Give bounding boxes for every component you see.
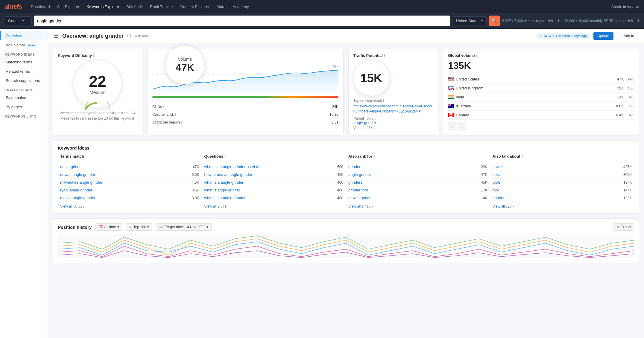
- sidebar-item-matching-terms[interactable]: Matching terms: [0, 57, 48, 67]
- logo: ahrefs: [5, 3, 22, 10]
- ideas-link[interactable]: grinder tool: [348, 188, 368, 192]
- nav-more[interactable]: More: [214, 3, 229, 11]
- volume-popup-bubble: Volume 47K: [165, 45, 204, 84]
- serp-badge: SERP & KD updated 2 days ago: [537, 33, 590, 39]
- update-button[interactable]: Update: [593, 32, 613, 40]
- nav-site-audit[interactable]: Site Audit: [123, 3, 146, 11]
- ideas-row: what is angle grinder 400: [204, 186, 344, 194]
- export-button[interactable]: ⬆ Export: [613, 223, 634, 231]
- engine-select[interactable]: Google ▾: [5, 16, 32, 25]
- sidebar-item-overview[interactable]: Overview: [0, 31, 48, 40]
- flag-icon: 🇺🇸: [448, 76, 454, 82]
- all-time-filter[interactable]: 📅 All time ▾: [95, 223, 122, 231]
- col-info-icon-1[interactable]: ℹ: [224, 154, 226, 158]
- ideas-link[interactable]: dewalt grinder: [348, 196, 373, 200]
- col-info-icon-3[interactable]: ℹ: [522, 154, 523, 158]
- sidebar-item-search-suggestions[interactable]: Search suggestions: [0, 76, 48, 85]
- global-card-title: Global volume ℹ: [448, 53, 634, 58]
- ideas-link[interactable]: power: [493, 165, 503, 169]
- flag-icon: 🇦🇺: [448, 103, 454, 109]
- ideas-link[interactable]: makita angle grinder: [60, 196, 95, 200]
- global-info-icon[interactable]: ℹ: [476, 54, 477, 57]
- nav-academy[interactable]: Academy: [230, 3, 252, 11]
- ideas-link[interactable]: what is a angle grinder: [204, 180, 244, 185]
- add-to-button[interactable]: + Add to: [617, 32, 638, 40]
- view-all-0[interactable]: View all 30,325 ›: [60, 204, 199, 208]
- keyword-ideas-section: Keyword ideas Terms match ℹ angle grinde…: [53, 140, 639, 214]
- sidebar-item-by-domains[interactable]: By domains: [0, 93, 48, 102]
- top100-filter[interactable]: ⊞ Top 100 ▾: [126, 223, 153, 231]
- top-ranking-info-icon[interactable]: ℹ: [383, 99, 384, 102]
- cps-info-icon[interactable]: ℹ: [181, 121, 182, 124]
- view-all-1[interactable]: View all 2,071 ›: [204, 204, 344, 208]
- menu-icon[interactable]: ☰: [54, 33, 59, 39]
- nav-rank-tracker[interactable]: Rank Tracker: [147, 3, 176, 11]
- country-volume: 29K: [613, 86, 624, 90]
- country-row: 🇺🇸 United States 47K 34%: [448, 75, 634, 84]
- kd-label: Medium: [89, 90, 105, 95]
- nav-dashboard[interactable]: Dashboard: [28, 3, 53, 11]
- ideas-link[interactable]: what is an angle grinder used for: [204, 165, 261, 169]
- nav-keywords-explorer[interactable]: Keywords Explorer: [83, 3, 122, 11]
- ideas-count: 500: [337, 165, 343, 169]
- ideas-count: 47K: [481, 173, 487, 177]
- ideas-link[interactable]: milwaukee angle grinder: [60, 180, 102, 185]
- prev-countries-button[interactable]: ‹: [448, 122, 456, 130]
- ideas-count: 6.6K: [192, 173, 199, 177]
- ideas-col-0: Terms match ℹ angle grinder 47K dewalt a…: [58, 154, 202, 208]
- position-header: Position history 📅 All time ▾ ⊞ Top 100 …: [58, 223, 634, 231]
- search-button[interactable]: 🔍: [489, 16, 500, 26]
- ideas-link[interactable]: ryobi angle grinder: [60, 188, 92, 192]
- kd-info-icon[interactable]: ℹ: [93, 54, 94, 57]
- nav-site-explorer[interactable]: Site Explorer: [54, 3, 82, 11]
- ideas-link[interactable]: what is angle grinder: [204, 188, 240, 192]
- main-layout: Overview Ads history BETA Keyword ideas …: [0, 29, 644, 338]
- parent-topic-info-icon[interactable]: ℹ: [374, 117, 376, 120]
- traffic-url-dropdown[interactable]: ▾: [419, 109, 421, 113]
- ideas-link[interactable]: what is an angle grinder: [204, 196, 246, 200]
- country-select[interactable]: United States ▾: [452, 16, 487, 25]
- keyword-ideas-title: Keyword ideas: [58, 145, 634, 150]
- ideas-link[interactable]: angle grinder: [348, 172, 371, 177]
- ideas-link[interactable]: grinder: [493, 196, 505, 200]
- target-date-filter[interactable]: 📈 Target date: 14 Nov 2022 ▾: [156, 223, 212, 231]
- how-to-use-link[interactable]: ℹ How to use: [127, 34, 148, 38]
- engine-dropdown-arrow: ▾: [22, 19, 24, 22]
- col-info-icon-0[interactable]: ℹ: [85, 154, 86, 158]
- col-info-icon-2[interactable]: ℹ: [373, 154, 375, 158]
- ideas-col-header-3: Also talk about ℹ: [493, 154, 632, 161]
- ideas-row: grinder 122K: [348, 163, 487, 171]
- cpc-info-icon[interactable]: ℹ: [175, 113, 176, 117]
- dropdown2-icon: ▾: [147, 225, 149, 229]
- volume-more-icon[interactable]: ⋮: [334, 53, 338, 59]
- sidebar-item-related-terms[interactable]: Related terms: [0, 67, 48, 76]
- ideas-link[interactable]: grinders: [348, 180, 362, 185]
- ideas-row: tools 197K: [493, 179, 632, 186]
- ideas-link[interactable]: tools: [493, 180, 501, 185]
- metric-row-cpc: Cost per click ℹ $0.80: [152, 111, 338, 118]
- next-countries-button[interactable]: ›: [458, 122, 466, 130]
- parent-topic-link[interactable]: angle grinder: [353, 121, 433, 125]
- clicks-info-icon[interactable]: ℹ: [163, 105, 164, 109]
- ideas-link[interactable]: best: [493, 172, 500, 177]
- ideas-link[interactable]: dewalt angle grinder: [60, 172, 95, 177]
- traffic-bubble: 15K: [353, 60, 389, 96]
- ideas-link[interactable]: grinder: [348, 165, 360, 169]
- country-name: Australia: [456, 104, 611, 108]
- view-all-2[interactable]: View all 1,415 ›: [348, 204, 487, 208]
- ideas-link[interactable]: tool: [493, 188, 499, 192]
- ideas-row: grinders 45K: [348, 179, 487, 186]
- ideas-link[interactable]: how to use an angle grinder: [204, 172, 252, 177]
- country-pct: 21%: [626, 86, 634, 90]
- ideas-row: grinder tool 17K: [348, 186, 487, 194]
- view-all-3[interactable]: View all 126 ›: [493, 204, 632, 208]
- sidebar-item-ads-history[interactable]: Ads history BETA: [0, 40, 48, 50]
- page-header: ☰ Overview: angle grinder ℹ How to use S…: [48, 29, 644, 43]
- traffic-info-icon[interactable]: ℹ: [384, 54, 385, 57]
- country-name: United Kingdom: [456, 86, 611, 90]
- search-input[interactable]: [37, 19, 447, 23]
- ideas-link[interactable]: angle grinder: [60, 165, 83, 169]
- sidebar-item-by-pages[interactable]: By pages: [0, 102, 48, 112]
- nav-content-explorer[interactable]: Content Explorer: [177, 3, 212, 11]
- ideas-row: ryobi angle grinder 3.6K: [60, 186, 199, 194]
